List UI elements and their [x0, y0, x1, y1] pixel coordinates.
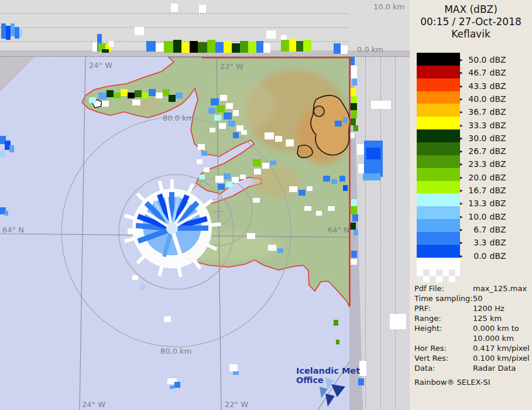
info-row: Vert Res:0.100 km/pixel	[414, 353, 530, 363]
legend-tick-icon: ▸	[460, 96, 463, 102]
top-profile-strip	[0, 0, 410, 57]
legend-color-26.7	[417, 142, 460, 155]
legend-color-46.7	[417, 66, 460, 78]
profile-axis-top-label: 10.0 km	[373, 2, 404, 11]
legend-label-6.7: ▸6.7dBZ	[460, 224, 506, 235]
legend-color-36.7	[417, 104, 460, 117]
info-label: PRF:	[414, 303, 473, 313]
legend-value: 20.0	[465, 173, 487, 182]
legend-label-20.0: ▸20.0dBZ	[460, 172, 506, 183]
legend-color-13.3	[417, 193, 460, 206]
legend-color-20.0	[417, 168, 460, 181]
product-timestamp: 00:15 / 27-Oct-2018	[410, 16, 532, 28]
info-row: Range:125 km	[414, 313, 530, 323]
legend-value: 0.0	[465, 251, 487, 261]
legend-value: 43.3	[465, 81, 487, 91]
legend-tick-icon: ▸	[460, 200, 463, 206]
info-value: 50	[473, 293, 483, 303]
info-value: Radar Data	[473, 363, 516, 373]
legend-value: 36.7	[465, 107, 487, 117]
legend-color-3.3	[417, 232, 460, 245]
legend-value: 23.3	[465, 159, 487, 169]
info-label: Vert Res:	[414, 353, 473, 363]
meridian-24w-bottom-label: 24° W	[82, 400, 105, 409]
legend-color-0.0	[417, 245, 460, 258]
legend-tick-icon: ▸	[460, 253, 463, 259]
info-row: Pdf File:max_125.max	[414, 283, 530, 293]
legend-value: 16.7	[465, 186, 487, 195]
legend-unit: dBZ	[490, 199, 506, 208]
profile-axis-bottom-label: 0.0 km	[357, 45, 383, 54]
legend-tick-icon: ▸	[460, 187, 463, 193]
info-rows: Pdf File:max_125.maxTime sampling:50PRF:…	[414, 283, 530, 373]
legend-label-43.3: ▸43.3dBZ	[460, 80, 506, 92]
info-row: PRF:1200 Hz	[414, 303, 530, 313]
meridian-22w-top-label: 22° W	[220, 62, 243, 71]
legend-label-50.0: ▸50.0dBZ	[460, 54, 506, 66]
legend-unit: dBZ	[490, 186, 506, 195]
info-label: Pdf File:	[414, 283, 473, 293]
legend-label-36.7: ▸36.7dBZ	[460, 106, 506, 118]
info-panel: Pdf File:max_125.maxTime sampling:50PRF:…	[414, 283, 530, 387]
legend-label-13.3: ▸13.3dBZ	[460, 197, 506, 209]
sidebar: MAX (dBZ) 00:15 / 27-Oct-2018 Keflavik P…	[410, 0, 532, 410]
info-row: Height:0.000 km to 10.000 km	[414, 323, 530, 343]
info-value: 0.100 km/pixel	[473, 353, 530, 363]
info-label: Data:	[414, 363, 473, 373]
legend-tick-icon: ▸	[460, 214, 463, 220]
info-value: max_125.max	[473, 283, 527, 293]
legend-unit: dBZ	[490, 238, 506, 247]
legend-unit: dBZ	[490, 251, 506, 261]
legend-label-23.3: ▸23.3dBZ	[460, 158, 506, 170]
info-label: Hor Res:	[414, 343, 473, 353]
logo-line1: Icelandic Met	[296, 366, 361, 375]
legend-label-46.7: ▸46.7dBZ	[460, 67, 506, 78]
legend-unit: dBZ	[490, 81, 506, 91]
legend-unit: dBZ	[490, 212, 506, 221]
legend-label-10.0: ▸10.0dBZ	[460, 211, 506, 223]
info-label: Time sampling:	[414, 293, 473, 303]
legend-tick-icon: ▸	[460, 109, 463, 115]
legend-label-26.7: ▸26.7dBZ	[460, 145, 506, 157]
legend-label-40.0: ▸40.0dBZ	[460, 93, 506, 105]
legend-tick-icon: ▸	[460, 70, 463, 76]
right-profile-panel	[349, 57, 410, 410]
legend-color-50.0	[417, 53, 460, 66]
radar-site-name: Keflavik	[410, 28, 532, 40]
info-value: 125 km	[473, 313, 502, 323]
info-value: 0.000 km to 10.000 km	[473, 323, 519, 343]
map-area	[0, 57, 352, 410]
software-footer: Rainbow® SELEX-SI	[414, 377, 530, 387]
legend-tick-icon: ▸	[460, 240, 463, 245]
info-value: 0.417 km/pixel	[473, 343, 530, 353]
legend-color-transparent	[417, 269, 460, 282]
legend-value: 40.0	[465, 94, 487, 104]
info-row: Hor Res:0.417 km/pixel	[414, 343, 530, 353]
legend-color-below-min	[417, 258, 460, 269]
legend-value: 46.7	[465, 68, 487, 77]
legend-tick-icon: ▸	[460, 161, 463, 167]
legend-color-40.0	[417, 91, 460, 104]
legend-color-10.0	[417, 206, 460, 219]
legend-tick-icon: ▸	[460, 83, 463, 89]
info-value: 1200 Hz	[473, 303, 504, 313]
legend-unit: dBZ	[490, 225, 506, 234]
legend-unit: dBZ	[490, 68, 506, 77]
meridian-24w-top-label: 24° W	[89, 61, 112, 70]
info-label: Height:	[414, 323, 473, 333]
range-ring-top-label: 80.0 km	[163, 114, 194, 122]
legend-colorbar	[417, 53, 460, 282]
legend-label-33.3: ▸33.3dBZ	[460, 119, 506, 131]
legend-value: 3.3	[465, 238, 487, 247]
legend-color-23.3	[417, 155, 460, 168]
legend-unit: dBZ	[490, 107, 506, 117]
legend-value: 50.0	[465, 55, 487, 64]
legend-unit: dBZ	[490, 146, 506, 156]
meridian-22w-bottom-label: 22° W	[225, 400, 248, 409]
legend-color-33.3	[417, 117, 460, 129]
legend-unit: dBZ	[490, 55, 506, 64]
legend-tick-icon: ▸	[460, 227, 463, 233]
product-header: MAX (dBZ) 00:15 / 27-Oct-2018 Keflavik	[410, 0, 532, 40]
legend-value: 10.0	[465, 212, 487, 221]
legend-tick-icon: ▸	[460, 175, 463, 180]
